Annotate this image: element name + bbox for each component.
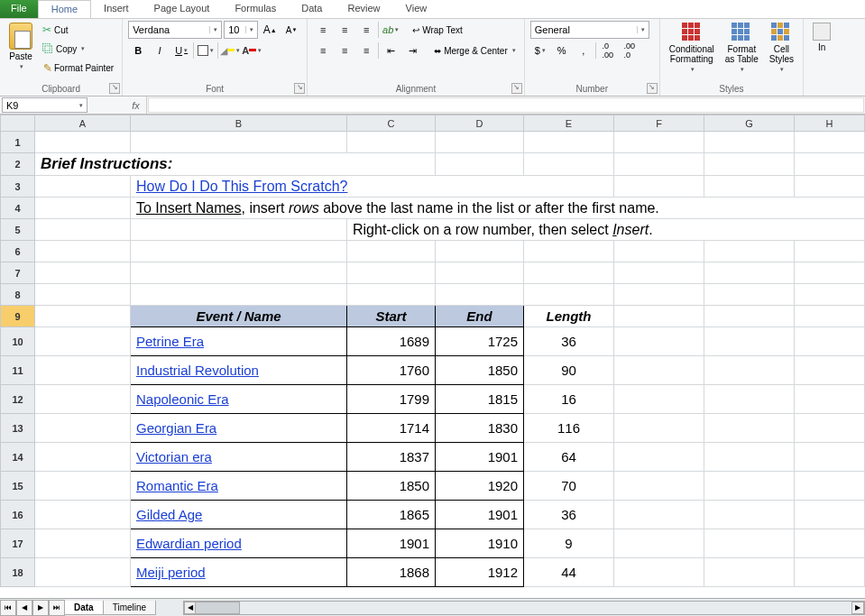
cell[interactable]: [614, 284, 704, 306]
cell[interactable]: [704, 472, 795, 501]
row-header-15[interactable]: 15: [1, 472, 35, 501]
tab-review[interactable]: Review: [335, 0, 392, 18]
align-center-button[interactable]: ≡: [335, 41, 354, 60]
col-header-A[interactable]: A: [35, 115, 131, 132]
align-top-button[interactable]: ≡: [313, 21, 333, 39]
cell[interactable]: [704, 262, 795, 284]
sheet-tab-data[interactable]: Data: [64, 601, 104, 615]
tab-page-layout[interactable]: Page Layout: [142, 0, 223, 18]
cell[interactable]: [795, 306, 865, 327]
table-cell-start[interactable]: 1799: [347, 385, 436, 414]
row-header-1[interactable]: 1: [1, 132, 35, 153]
table-cell-name[interactable]: Romantic Era: [131, 472, 347, 501]
cell[interactable]: [524, 132, 614, 153]
cell-instr2[interactable]: Right-click on a row number, then select…: [347, 219, 865, 241]
cell[interactable]: [704, 356, 795, 385]
cell[interactable]: [524, 262, 614, 284]
table-cell-name[interactable]: Edwardian period: [131, 529, 347, 558]
row-header-12[interactable]: 12: [1, 385, 35, 414]
wrap-text-button[interactable]: ↩Wrap Text: [409, 21, 465, 39]
cut-button[interactable]: Cut: [40, 21, 116, 39]
cell[interactable]: [795, 241, 865, 262]
row-header-14[interactable]: 14: [1, 443, 35, 472]
table-cell-name[interactable]: Napoleonic Era: [131, 385, 347, 414]
cell[interactable]: [436, 132, 524, 153]
table-cell-end[interactable]: 1901: [436, 501, 524, 529]
cell[interactable]: [131, 241, 347, 262]
cell[interactable]: [524, 284, 614, 306]
cell[interactable]: [795, 414, 865, 443]
cell[interactable]: [347, 262, 436, 284]
sheet-nav-last[interactable]: ⏭: [49, 600, 65, 616]
table-cell-start[interactable]: 1901: [347, 529, 436, 558]
cell[interactable]: [35, 356, 131, 385]
increase-decimal-button[interactable]: .0.00: [598, 41, 618, 60]
cell[interactable]: [614, 414, 704, 443]
table-cell-name[interactable]: Industrial Revolution: [131, 356, 347, 385]
number-dialog-launcher[interactable]: ↘: [647, 83, 658, 94]
tab-formulas[interactable]: Formulas: [222, 0, 289, 18]
cell[interactable]: [614, 472, 704, 501]
font-dialog-launcher[interactable]: ↘: [294, 83, 305, 94]
cell[interactable]: [35, 558, 131, 587]
cell[interactable]: [436, 241, 524, 262]
align-left-button[interactable]: ≡: [313, 41, 333, 60]
row-header-2[interactable]: 2: [1, 153, 35, 176]
cell[interactable]: [35, 284, 131, 306]
cell[interactable]: [795, 472, 865, 501]
cell[interactable]: [35, 472, 131, 501]
paste-button[interactable]: Paste ▾: [5, 21, 36, 72]
cell[interactable]: [35, 198, 131, 219]
table-cell-name[interactable]: Victorian era: [131, 443, 347, 472]
event-link[interactable]: Napoleonic Era: [136, 391, 229, 407]
sheet-nav-first[interactable]: ⏮: [0, 600, 16, 616]
clipboard-dialog-launcher[interactable]: ↘: [109, 83, 120, 94]
cell-instructions-title[interactable]: Brief Instructions:: [35, 153, 436, 176]
font-family-combo[interactable]: Verdana▾: [128, 21, 222, 39]
cell[interactable]: [35, 501, 131, 529]
tab-file[interactable]: File: [0, 0, 38, 18]
select-all-corner[interactable]: [1, 115, 35, 132]
table-cell-end[interactable]: 1910: [436, 529, 524, 558]
cell[interactable]: [35, 241, 131, 262]
underline-button[interactable]: U▾: [171, 41, 191, 60]
cell[interactable]: [614, 558, 704, 587]
borders-button[interactable]: ▾: [196, 41, 216, 60]
cell[interactable]: [35, 219, 131, 241]
cell[interactable]: [614, 529, 704, 558]
table-cell-end[interactable]: 1830: [436, 414, 524, 443]
table-header-end[interactable]: End: [436, 306, 524, 327]
fx-button[interactable]: fx: [125, 97, 147, 114]
row-header-6[interactable]: 6: [1, 241, 35, 262]
cell[interactable]: [35, 176, 131, 198]
cell[interactable]: [347, 241, 436, 262]
row-header-7[interactable]: 7: [1, 262, 35, 284]
cell[interactable]: [795, 176, 865, 198]
cell[interactable]: [35, 306, 131, 327]
sheet-nav-next[interactable]: ▶: [32, 600, 49, 616]
cell[interactable]: [795, 501, 865, 529]
row-header-3[interactable]: 3: [1, 176, 35, 198]
font-size-combo[interactable]: 10▾: [224, 21, 258, 39]
cell[interactable]: [436, 262, 524, 284]
cell[interactable]: [614, 262, 704, 284]
decrease-decimal-button[interactable]: .00.0: [620, 41, 640, 60]
cell[interactable]: [704, 284, 795, 306]
row-header-10[interactable]: 10: [1, 327, 35, 356]
tab-insert[interactable]: Insert: [91, 0, 142, 18]
copy-button[interactable]: Copy▾: [40, 40, 116, 58]
row-header-17[interactable]: 17: [1, 529, 35, 558]
table-cell-end[interactable]: 1901: [436, 443, 524, 472]
font-color-button[interactable]: A▾: [242, 41, 262, 60]
row-header-11[interactable]: 11: [1, 356, 35, 385]
cell[interactable]: [614, 356, 704, 385]
increase-indent-button[interactable]: ⇥: [402, 41, 422, 60]
cell[interactable]: [704, 385, 795, 414]
cell[interactable]: [614, 327, 704, 356]
cell[interactable]: [614, 385, 704, 414]
cell[interactable]: [35, 443, 131, 472]
cell[interactable]: [795, 558, 865, 587]
cell[interactable]: [35, 529, 131, 558]
tab-home[interactable]: Home: [38, 0, 91, 18]
cell-styles-button[interactable]: Cell Styles▾: [766, 21, 797, 75]
